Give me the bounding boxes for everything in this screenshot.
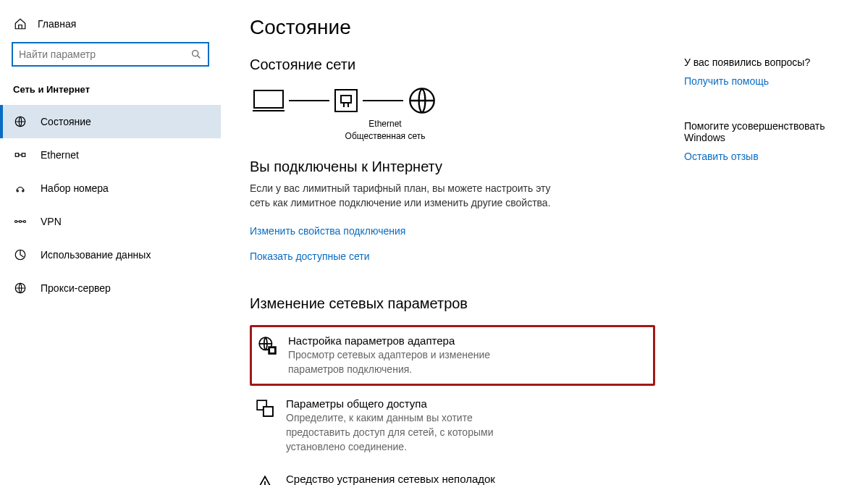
proxy-icon bbox=[13, 282, 28, 295]
option-adapter-settings[interactable]: Настройка параметров адаптера Просмотр с… bbox=[250, 325, 655, 386]
option-sharing-settings[interactable]: Параметры общего доступа Определите, к к… bbox=[250, 390, 655, 461]
aside-improve: Помогите усовершенствовать Windows bbox=[684, 120, 854, 143]
sidebar-item-ethernet[interactable]: Ethernet bbox=[0, 138, 221, 172]
svg-point-7 bbox=[22, 190, 24, 192]
diagram-subtitle: Общественная сеть bbox=[338, 130, 432, 143]
dialup-icon bbox=[13, 182, 28, 195]
connected-heading: Вы подключены к Интернету bbox=[250, 159, 655, 175]
nav-label: Прокси-сервер bbox=[41, 282, 111, 294]
svg-point-8 bbox=[15, 221, 17, 223]
link-change-connection-props[interactable]: Изменить свойства подключения bbox=[250, 225, 405, 237]
search-icon bbox=[190, 48, 202, 60]
svg-point-0 bbox=[193, 51, 198, 56]
svg-line-1 bbox=[198, 56, 200, 58]
globe-icon bbox=[13, 115, 28, 128]
search-box[interactable] bbox=[12, 42, 209, 67]
svg-rect-3 bbox=[15, 153, 19, 157]
link-feedback[interactable]: Оставить отзыв bbox=[684, 151, 854, 162]
svg-point-10 bbox=[24, 221, 26, 223]
search-input[interactable] bbox=[19, 48, 190, 60]
nav-label: Набор номера bbox=[41, 182, 109, 194]
connected-text: Если у вас лимитный тарифный план, вы мо… bbox=[250, 181, 554, 211]
diagram-name: Ethernet bbox=[338, 118, 432, 130]
sidebar: Главная Сеть и Интернет Состояние Ethern… bbox=[0, 0, 221, 485]
sharing-icon bbox=[256, 397, 274, 418]
sidebar-item-dialup[interactable]: Набор номера bbox=[0, 172, 221, 205]
vpn-icon bbox=[13, 216, 28, 227]
sidebar-item-status[interactable]: Состояние bbox=[0, 105, 221, 138]
svg-point-6 bbox=[17, 190, 18, 192]
aside-questions: У вас появились вопросы? bbox=[684, 56, 854, 68]
home-icon bbox=[13, 17, 28, 30]
nav-label: Состояние bbox=[41, 116, 91, 127]
home-link[interactable]: Главная bbox=[0, 13, 221, 42]
svg-rect-18 bbox=[341, 96, 351, 103]
svg-rect-17 bbox=[335, 90, 357, 111]
svg-rect-4 bbox=[22, 153, 25, 157]
ethernet-port-icon bbox=[334, 88, 358, 113]
sidebar-item-usage[interactable]: Использование данных bbox=[0, 238, 221, 271]
sidebar-item-vpn[interactable]: VPN bbox=[0, 205, 221, 238]
nav-label: VPN bbox=[41, 216, 62, 227]
category-header: Сеть и Интернет bbox=[0, 84, 221, 105]
nav-label: Ethernet bbox=[41, 149, 79, 161]
network-status-heading: Состояние сети bbox=[250, 56, 655, 73]
option-troubleshooter[interactable]: Средство устранения сетевых неполадок Ди… bbox=[250, 465, 655, 485]
svg-rect-15 bbox=[254, 90, 283, 108]
connection-line bbox=[363, 100, 403, 101]
usage-icon bbox=[13, 248, 28, 261]
main-content: Состояние Состояние сети Ethernet Общест… bbox=[221, 0, 868, 485]
option-title: Средство устранения сетевых неполадок bbox=[286, 473, 495, 485]
option-title: Параметры общего доступа bbox=[286, 397, 525, 410]
link-get-help[interactable]: Получить помощь bbox=[684, 75, 854, 87]
svg-rect-26 bbox=[264, 407, 273, 416]
ethernet-icon bbox=[13, 148, 28, 161]
change-params-heading: Изменение сетевых параметров bbox=[250, 295, 655, 312]
nav-label: Использование данных bbox=[41, 249, 151, 261]
adapter-icon bbox=[258, 334, 277, 355]
connection-line bbox=[289, 100, 329, 101]
link-show-available-networks[interactable]: Показать доступные сети bbox=[250, 250, 370, 262]
diagram-labels: Ethernet Общественная сеть bbox=[338, 118, 432, 143]
pc-icon bbox=[253, 88, 285, 114]
warning-icon bbox=[256, 473, 274, 485]
option-desc: Просмотр сетевых адаптеров и изменение п… bbox=[288, 348, 527, 376]
sidebar-item-proxy[interactable]: Прокси-сервер bbox=[0, 271, 221, 305]
svg-point-9 bbox=[20, 221, 22, 223]
globe-large-icon bbox=[408, 86, 437, 115]
page-title: Состояние bbox=[250, 16, 854, 39]
home-label: Главная bbox=[38, 18, 76, 30]
aside-panel: У вас появились вопросы? Получить помощь… bbox=[684, 56, 854, 485]
option-desc: Определите, к каким данным вы хотите пре… bbox=[286, 411, 525, 454]
network-diagram bbox=[250, 86, 655, 115]
option-title: Настройка параметров адаптера bbox=[288, 334, 527, 347]
